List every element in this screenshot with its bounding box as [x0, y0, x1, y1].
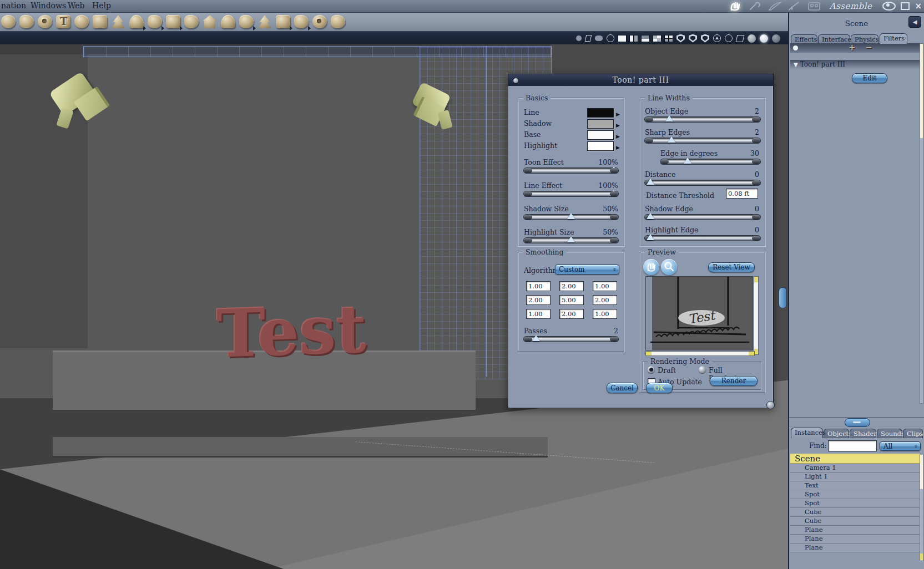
- filter-enabled-icon[interactable]: [793, 45, 798, 50]
- tab-sounds[interactable]: Sounds: [877, 429, 902, 438]
- rock-tool-icon[interactable]: [239, 15, 254, 28]
- light-toggle-icon[interactable]: [576, 35, 582, 41]
- cloud-tool-icon[interactable]: [129, 15, 144, 28]
- fountain-tool-icon[interactable]: [257, 15, 272, 28]
- expand-triangle-icon[interactable]: ▼: [794, 62, 798, 68]
- camera-tool-icon[interactable]: [276, 15, 290, 28]
- metaballs-tool-icon[interactable]: [166, 15, 180, 28]
- shading-dark-icon[interactable]: [772, 34, 780, 43]
- matrix-input[interactable]: [526, 281, 551, 291]
- filter-all-dropdown[interactable]: All »: [880, 441, 921, 451]
- tab-interface[interactable]: Interface: [818, 34, 850, 44]
- spotlight-object-left[interactable]: [49, 65, 121, 138]
- panel-splitter[interactable]: [789, 417, 924, 427]
- tab-shaders[interactable]: Shaders: [850, 429, 876, 438]
- base-color-swatch[interactable]: [587, 130, 614, 140]
- list-item[interactable]: Plane: [790, 535, 920, 543]
- assemble-hand-icon[interactable]: [729, 1, 744, 11]
- fire-tool-icon[interactable]: [148, 15, 162, 28]
- dialog-titlebar[interactable]: Toon! part III: [508, 74, 773, 86]
- vertex-object-tool-icon[interactable]: [38, 15, 52, 28]
- list-item-scene-root[interactable]: Scene: [790, 454, 920, 464]
- preview-vscrollbar[interactable]: [754, 277, 758, 354]
- layout-split-icon[interactable]: [642, 35, 649, 42]
- line-color-flyout-icon[interactable]: ▶: [616, 111, 620, 117]
- matrix-input[interactable]: [526, 309, 551, 319]
- toon-effect-slider[interactable]: [524, 168, 618, 173]
- list-item[interactable]: Cube: [790, 517, 920, 526]
- ocean-tool-icon[interactable]: [221, 15, 235, 28]
- render-brush-icon[interactable]: [787, 1, 802, 11]
- list-item[interactable]: Cube: [790, 508, 920, 517]
- preview-hscrollbar[interactable]: [646, 352, 754, 355]
- line-effect-slider[interactable]: [524, 191, 618, 196]
- shadow-color-swatch[interactable]: [587, 119, 614, 129]
- remove-filter-icon[interactable]: −: [865, 43, 872, 53]
- matrix-input[interactable]: [593, 281, 617, 291]
- viewport-scrollbar-handle[interactable]: [779, 287, 787, 308]
- spotlight-object-right[interactable]: [415, 79, 476, 145]
- target-tool-icon[interactable]: [312, 15, 327, 28]
- highlight-edge-slider[interactable]: [645, 236, 760, 241]
- matrix-input[interactable]: [559, 309, 584, 319]
- cancel-button[interactable]: Cancel: [607, 383, 638, 393]
- view-shield-front-icon[interactable]: [676, 34, 685, 43]
- sphere-tool-icon[interactable]: [1, 15, 16, 28]
- menu-animation[interactable]: nation: [1, 1, 26, 10]
- tab-objects[interactable]: Objects: [824, 429, 849, 438]
- maximize-icon[interactable]: [901, 2, 910, 10]
- matrix-input[interactable]: [526, 295, 551, 305]
- shadow-size-slider[interactable]: [524, 215, 618, 220]
- volumetric-tool-icon[interactable]: [184, 15, 199, 28]
- bone-tool-icon[interactable]: [331, 15, 345, 28]
- list-item[interactable]: Light 1: [790, 473, 920, 481]
- view-shield-side-icon[interactable]: [701, 34, 709, 43]
- edit-button[interactable]: Edit: [852, 73, 887, 83]
- tree-tool-icon[interactable]: [111, 15, 125, 28]
- algorithm-dropdown[interactable]: Custom »: [555, 265, 619, 275]
- shadow-edge-slider[interactable]: [645, 215, 760, 220]
- text-tool-icon[interactable]: [56, 15, 70, 28]
- sharp-edges-slider[interactable]: [645, 138, 760, 143]
- edge-degrees-slider[interactable]: [660, 159, 760, 164]
- layout-single-icon[interactable]: [618, 35, 626, 42]
- tab-instances[interactable]: Instances: [791, 428, 823, 438]
- light-tool-icon[interactable]: [294, 15, 309, 28]
- shading-gray-icon[interactable]: [748, 34, 756, 43]
- sidebar-scrollbar[interactable]: [920, 43, 923, 404]
- splitter-handle[interactable]: [845, 418, 870, 427]
- dialog-resize-grip[interactable]: [766, 401, 775, 409]
- passes-slider[interactable]: [524, 337, 618, 342]
- matrix-input[interactable]: [559, 295, 584, 305]
- camera-visibility-icon[interactable]: [595, 35, 603, 41]
- base-color-flyout-icon[interactable]: ▶: [616, 134, 620, 139]
- line-color-swatch[interactable]: [587, 108, 614, 118]
- object-edge-slider[interactable]: [645, 117, 760, 122]
- molecule-tool-icon[interactable]: [19, 15, 34, 28]
- list-item[interactable]: Text: [790, 481, 920, 490]
- model-wrench-icon[interactable]: [749, 1, 763, 11]
- distance-threshold-input[interactable]: [726, 189, 758, 199]
- shadow-color-flyout-icon[interactable]: ▶: [616, 123, 620, 128]
- tab-filters[interactable]: Filters: [880, 33, 907, 44]
- pan-hand-button[interactable]: [643, 259, 659, 275]
- texture-pen-icon[interactable]: [768, 1, 782, 11]
- panel-back-button[interactable]: ◀: [908, 16, 921, 28]
- text-object-3d[interactable]: Test: [216, 290, 366, 373]
- shading-lit-icon[interactable]: [760, 34, 768, 43]
- reset-view-button[interactable]: Reset View: [708, 262, 755, 272]
- list-item[interactable]: Spot: [790, 499, 920, 508]
- draft-radio[interactable]: [648, 366, 655, 373]
- highlight-size-slider[interactable]: [524, 238, 618, 243]
- menu-web[interactable]: Web: [68, 1, 85, 10]
- dialog-collapse-icon[interactable]: [513, 78, 519, 84]
- zoom-magnifier-button[interactable]: [661, 259, 677, 275]
- render-button[interactable]: Render: [710, 376, 758, 386]
- house-tool-icon[interactable]: [203, 15, 217, 28]
- list-item[interactable]: Camera 1: [790, 464, 920, 473]
- highlight-color-flyout-icon[interactable]: ▶: [616, 145, 620, 150]
- sequence-film-icon[interactable]: [807, 1, 821, 11]
- view-shield-top-icon[interactable]: [689, 34, 697, 43]
- filter-item-row[interactable]: ▼Toon! part III: [790, 60, 920, 69]
- highlight-color-swatch[interactable]: [587, 141, 614, 151]
